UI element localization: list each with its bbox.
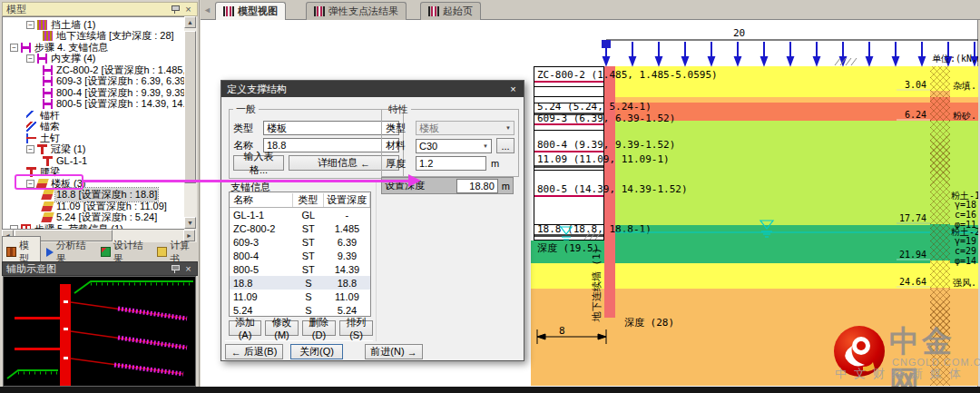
arrow-left-icon: ← [360, 158, 370, 169]
table-row[interactable]: 800-4ST9.39 [230, 249, 370, 262]
left-dock: 模型 × −挡土墙 (1) 地下连续墙 [支护深度 : 28] −步骤 4. 支… [0, 0, 200, 393]
chevron-down-icon: ▼ [483, 143, 488, 149]
close-icon[interactable]: × [183, 264, 193, 274]
soil-nail-icon [26, 133, 36, 143]
strut-icon [43, 88, 53, 98]
close-icon[interactable]: × [183, 5, 193, 15]
forward-label: 前进(N) [370, 345, 404, 359]
forward-button[interactable]: 前进(N)→ [365, 344, 423, 359]
expander-icon[interactable]: − [26, 145, 34, 153]
type-combo[interactable]: 楼板▼ [263, 121, 399, 135]
pin-icon[interactable] [171, 5, 180, 15]
table-row[interactable]: 609-3ST6.39 [230, 235, 370, 249]
table-row-selected[interactable]: 18.8S18.8 [230, 276, 370, 290]
define-support-dialog: 定义支撑结构 × 一般 类型 楼板▼ 名称 输入表格... 详细信息← 特性 类… [220, 80, 524, 361]
table-row[interactable]: 5.24S5.24 [230, 303, 370, 317]
properties-group: 特性 类型 楼板▼ 材料 C30▼ ... 厚度 m [381, 103, 519, 177]
general-group: 一般 类型 楼板▼ 名称 输入表格... 详细信息← [229, 103, 404, 179]
strut-icon [37, 54, 47, 64]
expander-icon[interactable]: − [26, 54, 34, 63]
scroll-down-button[interactable]: ▼ [184, 217, 196, 229]
col-name[interactable]: 名称 [230, 193, 293, 207]
input-table-button[interactable]: 输入表格... [233, 155, 284, 171]
sort-button[interactable]: 排列(S) [339, 320, 373, 336]
tree-item[interactable]: 锚杆 [3, 110, 184, 122]
beam-icon [43, 156, 53, 166]
expander-icon[interactable]: − [26, 21, 34, 29]
table-row[interactable]: 11.09S11.09 [230, 290, 370, 303]
view-tab-icon [314, 6, 325, 16]
model-tree: −挡土墙 (1) 地下连续墙 [支护深度 : 28] −步骤 4. 支锚信息 −… [2, 16, 184, 230]
dialog-nav-buttons: ←后退(B) 关闭(Q) 前进(N)→ [225, 344, 423, 359]
col-depth[interactable]: 设置深度 [324, 193, 370, 207]
delete-button[interactable]: 删除(D) [302, 320, 336, 336]
tab-model-view[interactable]: 模型视图 [215, 2, 286, 20]
thickness-label: 厚度 [386, 157, 411, 171]
tab-start-page[interactable]: 起始页 [420, 2, 481, 20]
dialog-divider [376, 182, 377, 341]
tree-item[interactable]: 腰梁 [3, 167, 184, 179]
set-depth-label: 设置深度 [385, 179, 453, 192]
pin-icon[interactable] [171, 264, 180, 274]
aux-diagram-view[interactable] [3, 276, 196, 387]
application-window: 模型 × −挡土墙 (1) 地下连续墙 [支护深度 : 28] −步骤 4. 支… [0, 0, 980, 393]
strut-icon [43, 65, 53, 75]
thickness-input[interactable] [416, 156, 486, 171]
strut-icon [21, 43, 31, 53]
prop-type-combo: 楼板▼ [416, 121, 514, 135]
tree-item[interactable]: −冠梁 (1) [3, 144, 184, 156]
anchor-rod-icon [26, 111, 36, 121]
model-panel-titlebar: 模型 × [2, 2, 198, 16]
bottom-strip [0, 387, 980, 393]
table-row[interactable]: 800-5ST14.39 [230, 262, 370, 276]
slab-icon [41, 212, 54, 222]
view-tab-icon [223, 6, 234, 16]
set-depth-row: 设置深度 m [381, 177, 514, 194]
tree-item[interactable]: 土钉 [3, 133, 184, 144]
thickness-unit: m [491, 158, 499, 169]
scrollbar-thumb[interactable] [184, 31, 196, 183]
material-more-button[interactable]: ... [496, 138, 514, 153]
add-button[interactable]: 添加(A) [229, 320, 261, 336]
aux-panel-titlebar: 辅助示意图 × [2, 261, 198, 276]
slab-icon [41, 201, 54, 211]
slab-icon [35, 179, 49, 189]
expander-icon[interactable]: − [26, 180, 34, 188]
tree-item[interactable]: GL-1-1 [3, 155, 184, 167]
general-group-legend: 一般 [233, 103, 259, 116]
tree-vertical-scrollbar[interactable]: ▲ ▼ [184, 16, 197, 230]
col-type[interactable]: 类型 [293, 193, 324, 207]
modify-button[interactable]: 修改(M) [265, 320, 299, 336]
dialog-titlebar[interactable]: 定义支撑结构 × [221, 81, 524, 97]
back-button[interactable]: ←后退(B) [225, 344, 283, 359]
tree-item-label: 步骤 5. 荷载信息 (1) [34, 222, 124, 230]
arrow-left-icon: ← [231, 347, 241, 358]
waler-beam-icon [26, 167, 36, 177]
set-depth-input[interactable] [456, 179, 498, 193]
dialog-close-icon[interactable]: × [508, 84, 518, 94]
table-row[interactable]: ZC-800-2ST1.485 [230, 221, 370, 235]
tree-item-label: 冠梁 (1) [50, 142, 87, 156]
support-table[interactable]: 名称 类型 设置深度 GL-1-1GL- ZC-800-2ST1.485 609… [229, 192, 371, 317]
properties-group-legend: 特性 [386, 103, 411, 116]
name-input[interactable] [263, 138, 399, 152]
scroll-up-button[interactable]: ▲ [184, 16, 196, 28]
anchor-cable-icon [26, 122, 36, 132]
material-label: 材料 [386, 139, 411, 152]
report-icon [157, 247, 167, 257]
tab-elastic-support-results[interactable]: 弹性支点法结果 [306, 2, 407, 20]
arrow-right-icon: → [407, 347, 417, 358]
tree-item[interactable]: 锚索 [3, 122, 184, 133]
close-button[interactable]: 关闭(Q) [290, 344, 343, 359]
detail-info-label: 详细信息 [318, 156, 358, 170]
material-combo[interactable]: C30▼ [416, 139, 492, 153]
chevron-down-icon: ▼ [505, 125, 511, 131]
expander-icon[interactable]: − [10, 44, 18, 52]
design-results-icon [101, 247, 111, 257]
capping-beam-icon [37, 144, 47, 154]
tab-scroll-left-icon[interactable]: ◄ [203, 5, 211, 15]
doc-tab-label: 起始页 [443, 5, 473, 18]
table-row[interactable]: GL-1-1GL- [230, 208, 370, 221]
aux-panel-title: 辅助示意图 [6, 262, 56, 276]
tree-item[interactable]: 800-5 [设置深度h : 14.39, 14... [3, 99, 184, 111]
